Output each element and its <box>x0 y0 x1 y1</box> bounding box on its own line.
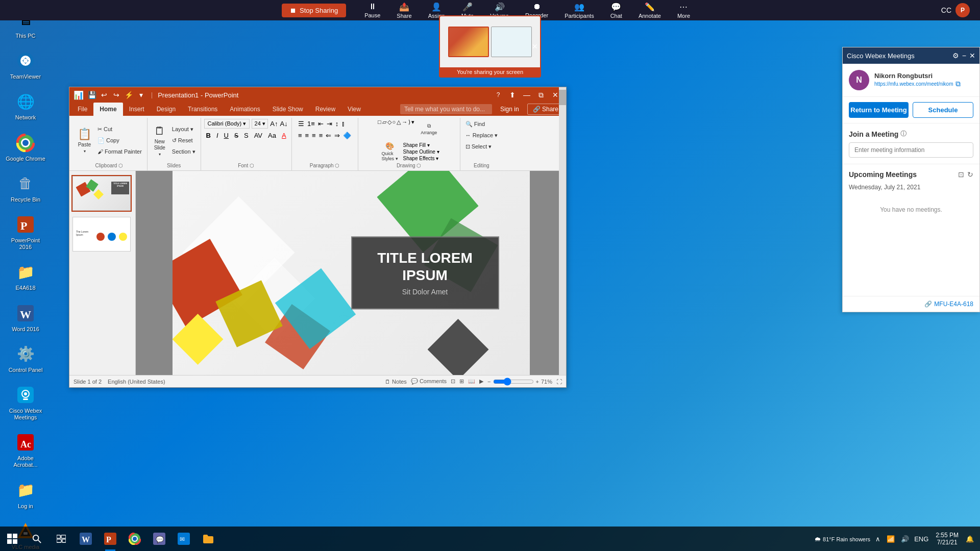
preview-close-icon[interactable]: ✕ <box>532 42 538 51</box>
ribbon-display-icon[interactable]: ⬆ <box>506 90 519 100</box>
more-tools-icon[interactable]: ▾ <box>136 90 146 100</box>
calendar-icon[interactable]: ⊡ <box>958 170 964 179</box>
refresh-icon[interactable]: ↻ <box>967 170 973 179</box>
redo-icon[interactable]: ↪ <box>111 90 121 100</box>
taskbar-mail-app[interactable]: ✉ <box>172 527 196 551</box>
chat-button[interactable]: 💬 Chat <box>602 0 630 20</box>
weather-widget[interactable]: 🌧 81°F Rain showers <box>812 534 872 544</box>
font-family-select[interactable]: Calibri (Body) ▾ <box>204 119 250 129</box>
task-view-button[interactable] <box>49 527 74 551</box>
line-spacing-button[interactable]: ↕ <box>334 119 340 129</box>
tab-file[interactable]: File <box>71 103 93 116</box>
webex-user-url[interactable]: https://mfu.webex.com/meet/nikom <box>874 81 953 87</box>
taskbar-word-app[interactable]: W <box>74 527 98 551</box>
language-indicator[interactable]: ENG <box>912 534 930 544</box>
convert-to-smartart-button[interactable]: 🔷 <box>342 131 352 140</box>
format-painter-button[interactable]: 🖌 Format Painter <box>95 146 144 157</box>
desktop-icon-login[interactable]: 📁 Log in <box>3 475 48 514</box>
vertical-scrollbar[interactable] <box>559 171 566 375</box>
tab-transitions[interactable]: Transitions <box>182 103 224 116</box>
font-size-select[interactable]: 24 ▾ <box>252 119 268 129</box>
justify-button[interactable]: ≡ <box>318 131 324 140</box>
ltr-button[interactable]: ⇒ <box>333 131 341 140</box>
layout-button[interactable]: Layout ▾ <box>170 124 198 134</box>
desktop-icon-google-chrome[interactable]: Google Chrome <box>3 128 48 166</box>
tab-home[interactable]: Home <box>93 103 122 116</box>
arrange-button[interactable]: ⧉ Arrange <box>418 119 440 139</box>
rtl-button[interactable]: ⇐ <box>325 131 332 140</box>
slide-container[interactable]: TITLE LOREM IPSUM Sit Dolor Amet <box>173 171 530 375</box>
tab-slide-show[interactable]: Slide Show <box>266 103 309 116</box>
zoom-in-icon[interactable]: + <box>536 379 539 385</box>
slide-sorter-icon[interactable]: ⊞ <box>459 378 464 385</box>
cut-button[interactable]: ✂ Cut <box>95 124 144 134</box>
bold-button[interactable]: B <box>204 131 213 140</box>
desktop-icon-e4a618[interactable]: 📁 E4A618 <box>3 257 48 295</box>
numbering-button[interactable]: 1≡ <box>306 119 316 129</box>
strikethrough-button[interactable]: S̶ <box>232 131 240 140</box>
taskbar-chat-app[interactable]: 💬 <box>147 527 172 551</box>
find-button[interactable]: 🔍 Find <box>463 119 487 129</box>
tab-review[interactable]: Review <box>309 103 341 116</box>
center-button[interactable]: ≡ <box>304 131 310 140</box>
hidden-icons-button[interactable]: ∧ <box>873 534 883 544</box>
replace-button[interactable]: ↔ Replace ▾ <box>463 130 500 140</box>
schedule-button[interactable]: Schedule <box>913 102 973 118</box>
comments-button[interactable]: 💬 Comments <box>411 378 447 385</box>
search-input[interactable] <box>400 104 492 114</box>
notes-button[interactable]: 🗒 Notes <box>385 379 407 385</box>
tab-design[interactable]: Design <box>151 103 182 116</box>
taskbar-ppt-app[interactable]: P <box>98 527 122 551</box>
copy-button[interactable]: 📄 Copy <box>95 135 144 145</box>
tab-insert[interactable]: Insert <box>123 103 151 116</box>
shape-2[interactable]: ▱ <box>382 119 386 139</box>
shape-5[interactable]: △ <box>397 119 401 139</box>
bullets-button[interactable]: ☰ <box>297 119 305 129</box>
join-input[interactable] <box>849 142 973 158</box>
minimize-panel-icon[interactable]: − <box>962 52 966 60</box>
shape-3[interactable]: ◇ <box>387 119 391 139</box>
settings-icon[interactable]: ⚙ <box>952 52 959 60</box>
taskbar-chrome-app[interactable] <box>122 527 147 551</box>
customize-icon[interactable]: ⚡ <box>124 90 134 100</box>
close-panel-icon[interactable]: ✕ <box>969 52 975 60</box>
slide-thumb-1[interactable]: 1 TITLE LOREM IPSUM <box>71 175 132 212</box>
pause-button[interactable]: ⏸ Pause <box>356 0 388 20</box>
taskbar-search-button[interactable] <box>24 527 49 551</box>
normal-view-icon[interactable]: ⊡ <box>451 378 455 385</box>
participants-button[interactable]: 👥 Participants <box>556 0 602 20</box>
underline-button[interactable]: U <box>222 131 231 140</box>
align-right-button[interactable]: ≡ <box>311 131 317 140</box>
taskbar-files-app[interactable] <box>196 527 220 551</box>
shape-effects-button[interactable]: Shape Effects ▾ <box>403 156 439 161</box>
quick-styles-button[interactable]: 🎨 QuickStyles ▾ <box>379 141 401 162</box>
font-color-button[interactable]: A <box>280 131 288 140</box>
network-status-icon[interactable]: 📶 <box>885 534 897 544</box>
ppt-help-icon[interactable]: ? <box>492 90 505 100</box>
desktop-icon-control-panel[interactable]: ⚙️ Control Panel <box>3 339 48 378</box>
return-to-meeting-button[interactable]: Return to Meeting <box>849 102 909 118</box>
desktop-icon-cisco-webex[interactable]: Cisco Webex Meetings <box>3 380 48 425</box>
slide-title-box[interactable]: TITLE LOREM IPSUM Sit Dolor Amet <box>351 236 499 309</box>
decrease-indent-button[interactable]: ⇤ <box>317 119 325 129</box>
shape-4[interactable]: ○ <box>393 119 396 139</box>
join-info-icon[interactable]: ⓘ <box>900 130 906 138</box>
stop-sharing-button[interactable]: ⏹ Stop Sharing <box>282 4 346 17</box>
zoom-percent[interactable]: 71% <box>541 379 552 385</box>
desktop-icon-powerpoint[interactable]: P PowerPoint 2016 <box>3 210 48 255</box>
volume-status-icon[interactable]: 🔊 <box>899 534 911 544</box>
shape-outline-button[interactable]: Shape Outline ▾ <box>403 149 439 155</box>
desktop-icon-network[interactable]: 🌐 Network <box>3 87 48 125</box>
italic-button[interactable]: I <box>214 131 220 140</box>
shape-1[interactable]: □ <box>378 119 381 139</box>
desktop-icon-recycle-bin[interactable]: 🗑 Recycle Bin <box>3 169 48 207</box>
shape-6[interactable]: → <box>402 119 407 139</box>
copy-url-icon[interactable]: ⧉ <box>955 80 961 88</box>
paste-button[interactable]: 📋 Paste ▾ <box>75 127 94 154</box>
decrease-font-icon[interactable]: A↓ <box>280 120 287 128</box>
slide-thumb-2[interactable]: 2 The Lorem Ipsum <box>71 216 132 253</box>
reset-button[interactable]: ↺ Reset <box>170 135 198 145</box>
taskbar-clock[interactable]: 2:55 PM 7/21/21 <box>932 532 963 546</box>
shape-7[interactable]: ⟩ <box>408 119 410 139</box>
shadow-button[interactable]: S <box>242 131 251 140</box>
